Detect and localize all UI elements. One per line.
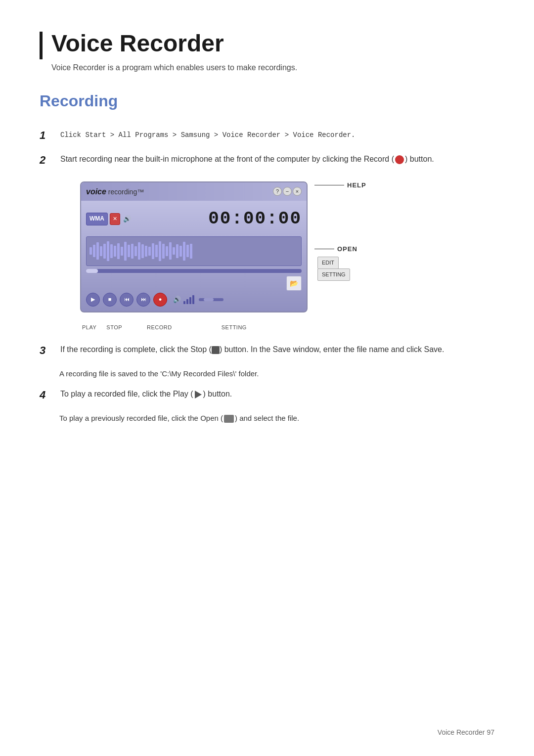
waveform-bar bbox=[117, 243, 120, 260]
play-label: PLAY bbox=[82, 323, 96, 332]
setting-callout: SETTING bbox=[317, 268, 350, 281]
footer: Voice Recorder 97 bbox=[438, 728, 494, 736]
waveform-bar bbox=[103, 244, 106, 259]
waveform-bar bbox=[169, 242, 172, 260]
progress-track[interactable] bbox=[86, 269, 302, 273]
help-label: HELP bbox=[347, 180, 366, 191]
waveform-bar bbox=[96, 242, 99, 260]
record-button[interactable]: ● bbox=[153, 293, 167, 307]
recorder-title-bar: voice recording™ ? − × bbox=[81, 182, 307, 201]
step-3-number: 3 bbox=[40, 344, 55, 357]
play-button[interactable]: ▶ bbox=[86, 293, 100, 307]
step-3-content: If the recording is complete, click the … bbox=[60, 343, 494, 356]
open-callout-line bbox=[314, 249, 334, 249]
title-section: Voice Recorder bbox=[40, 30, 494, 59]
speaker-icon: 🔊 bbox=[123, 214, 131, 224]
close-window-btn[interactable]: × bbox=[293, 187, 302, 196]
steps-container: 1 Click Start > All Programs > Samsung >… bbox=[40, 128, 494, 424]
help-callout: HELP bbox=[314, 180, 366, 191]
open-label: OPEN bbox=[337, 244, 357, 255]
step-3: 3 If the recording is complete, click th… bbox=[40, 343, 494, 357]
step-4-content: To play a recorded file, click the Play … bbox=[60, 388, 494, 400]
volume-slider[interactable] bbox=[199, 298, 223, 301]
recorder-title-text: voice recording™ bbox=[86, 185, 144, 198]
page-container: Voice Recorder Voice Recorder is a progr… bbox=[0, 0, 534, 462]
waveform-bar bbox=[166, 246, 168, 256]
window-controls: ? − × bbox=[273, 187, 302, 196]
step-1-number: 1 bbox=[40, 129, 55, 142]
waveform-bar bbox=[145, 246, 147, 257]
step-1-text: Click Start > All Programs > Samsung > V… bbox=[60, 131, 356, 139]
recorder-top-row: WMA ✕ 🔊 00:00:00 bbox=[86, 205, 302, 233]
format-buttons: WMA ✕ 🔊 bbox=[86, 213, 131, 225]
waveform-bar bbox=[124, 242, 127, 261]
open-btn-area: 📂 bbox=[86, 276, 302, 291]
recorder-ui: voice recording™ ? − × bbox=[80, 181, 308, 313]
step-2-number: 2 bbox=[40, 154, 55, 167]
waveform-bar bbox=[121, 247, 123, 256]
waveform-bar bbox=[190, 244, 192, 259]
play-icon-inline bbox=[195, 391, 202, 399]
waveform-bar bbox=[131, 244, 134, 259]
vol-bar-3 bbox=[189, 297, 191, 304]
controls-row: ▶ ■ ⏮ ⏭ ● 🔊 bbox=[86, 293, 302, 307]
callout-labels: HELP OPEN EDIT bbox=[314, 173, 374, 322]
stop-label: STOP bbox=[106, 323, 122, 332]
volume-icon: 🔊 bbox=[173, 295, 181, 305]
record-label: RECORD bbox=[147, 323, 172, 332]
waveform-bar bbox=[162, 244, 165, 259]
setting-button[interactable]: SETTING bbox=[317, 268, 350, 281]
waveform-bar bbox=[186, 245, 189, 257]
step-2: 2 Start recording near the built-in micr… bbox=[40, 153, 494, 332]
timer-display: 00:00:00 bbox=[208, 205, 302, 233]
recorder-bottom-labels: PLAY STOP RECORD SETTING bbox=[82, 323, 494, 332]
wma-button[interactable]: WMA bbox=[86, 213, 108, 225]
waveform-bar bbox=[114, 246, 116, 257]
volume-area: 🔊 bbox=[173, 295, 223, 305]
minimize-window-btn[interactable]: − bbox=[283, 187, 292, 196]
waveform-bar bbox=[183, 242, 185, 261]
step-3-sub: A recording file is saved to the 'C:\My … bbox=[59, 368, 494, 380]
record-icon-inline bbox=[395, 155, 404, 164]
page-subtitle: Voice Recorder is a program which enable… bbox=[51, 63, 494, 72]
recorder-ui-section: voice recording™ ? − × bbox=[60, 173, 494, 332]
step-4-sub: To play a previously recorded file, clic… bbox=[59, 412, 494, 424]
waveform-bar bbox=[152, 243, 154, 260]
open-callout: OPEN bbox=[314, 244, 357, 255]
help-window-btn[interactable]: ? bbox=[273, 187, 282, 196]
prev-button[interactable]: ⏮ bbox=[120, 293, 134, 307]
step-1: 1 Click Start > All Programs > Samsung >… bbox=[40, 128, 494, 142]
step-1-content: Click Start > All Programs > Samsung > V… bbox=[60, 128, 494, 141]
open-icon-button[interactable]: 📂 bbox=[286, 276, 302, 291]
edit-button[interactable]: EDIT bbox=[317, 257, 339, 269]
recording-tm-label: recording™ bbox=[106, 188, 144, 196]
waveform-area bbox=[86, 236, 302, 266]
waveform-bar bbox=[176, 244, 178, 258]
volume-bars bbox=[183, 295, 194, 304]
waveform-bar bbox=[128, 245, 130, 257]
step-4: 4 To play a recorded file, click the Pla… bbox=[40, 388, 494, 401]
step-4-number: 4 bbox=[40, 389, 55, 401]
waveform-bar bbox=[148, 247, 151, 256]
title-accent-bar bbox=[40, 32, 43, 59]
format-x-button[interactable]: ✕ bbox=[110, 213, 120, 225]
stop-icon-inline bbox=[212, 346, 220, 354]
page-title: Voice Recorder bbox=[51, 30, 224, 57]
waveform-bar bbox=[110, 244, 113, 258]
waveform-bar bbox=[107, 241, 109, 261]
next-button[interactable]: ⏭ bbox=[136, 293, 150, 307]
waveform-bar bbox=[155, 245, 158, 257]
edit-callout: EDIT bbox=[317, 257, 339, 269]
help-callout-line bbox=[314, 185, 344, 185]
waveform-bar bbox=[134, 246, 137, 256]
waveform-bar bbox=[138, 242, 140, 260]
waveform-bar bbox=[141, 244, 144, 258]
waveform-bar bbox=[173, 247, 175, 255]
stop-button[interactable]: ■ bbox=[103, 293, 117, 307]
waveform-bar bbox=[179, 246, 182, 257]
waveform-bar bbox=[100, 246, 102, 256]
voice-label: voice bbox=[86, 187, 106, 196]
setting-label: SETTING bbox=[222, 323, 247, 332]
recorder-body: WMA ✕ 🔊 00:00:00 bbox=[81, 201, 307, 311]
waveform-bar bbox=[89, 247, 92, 255]
